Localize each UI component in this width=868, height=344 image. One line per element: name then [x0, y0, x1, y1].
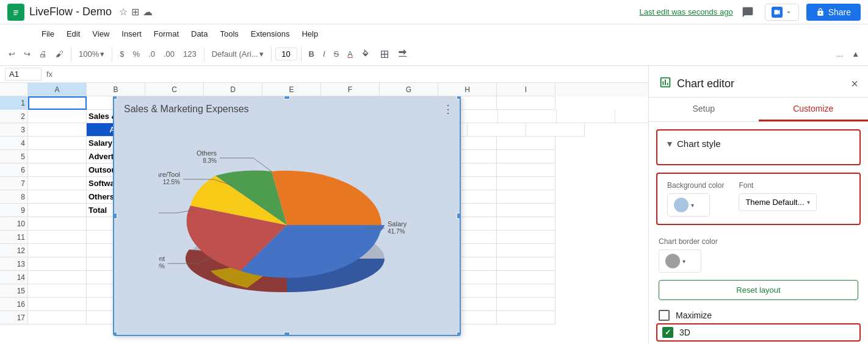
- chart-style-header[interactable]: ▾ Chart style: [667, 138, 850, 149]
- row-num-2[interactable]: 2: [0, 110, 28, 123]
- redo-button[interactable]: ↪: [20, 47, 34, 61]
- tab-customize[interactable]: Customize: [759, 98, 869, 121]
- font-select-button[interactable]: Theme Default... ▾: [739, 193, 816, 211]
- decimal-more-button[interactable]: .00: [160, 47, 178, 61]
- row-num-9[interactable]: 9: [0, 204, 28, 217]
- menu-extensions[interactable]: Extensions: [246, 27, 295, 41]
- text-color-button[interactable]: A: [344, 47, 356, 61]
- collapse-button[interactable]: ▲: [848, 47, 863, 61]
- more-button[interactable]: ...: [833, 47, 847, 61]
- row-num-1[interactable]: 1: [0, 96, 28, 110]
- col-header-g[interactable]: G: [380, 83, 438, 96]
- border-color-button[interactable]: ▾: [659, 249, 701, 273]
- col-header-i[interactable]: I: [497, 83, 555, 96]
- merge-button[interactable]: [394, 47, 411, 62]
- cell-a4[interactable]: [28, 137, 87, 150]
- menu-view[interactable]: View: [87, 27, 114, 41]
- zoom-select[interactable]: 100% ▾: [75, 47, 108, 61]
- resize-handle-br[interactable]: [457, 332, 461, 336]
- col-header-e[interactable]: E: [262, 83, 321, 96]
- menu-tools[interactable]: Tools: [215, 27, 243, 41]
- menu-edit[interactable]: Edit: [62, 27, 85, 41]
- resize-handle-bc[interactable]: [284, 332, 290, 336]
- row-num-12[interactable]: 12: [0, 244, 28, 257]
- paint-format-button[interactable]: 🖌: [52, 47, 67, 61]
- cell-i5[interactable]: [497, 150, 555, 163]
- menu-insert[interactable]: Insert: [117, 27, 146, 41]
- menu-file[interactable]: File: [37, 27, 59, 41]
- background-color-button[interactable]: ▾: [667, 193, 710, 217]
- row-num-14[interactable]: 14: [0, 271, 28, 284]
- maximize-checkbox[interactable]: [659, 310, 670, 321]
- maximize-checkbox-row[interactable]: Maximize: [649, 307, 868, 323]
- col-header-b[interactable]: B: [87, 83, 145, 96]
- resize-handle-ml[interactable]: [113, 213, 117, 219]
- row-num-16[interactable]: 16: [0, 298, 28, 311]
- font-size-input[interactable]: [275, 48, 297, 60]
- cell-a7[interactable]: [28, 177, 87, 190]
- row-num-6[interactable]: 6: [0, 163, 28, 177]
- currency-button[interactable]: $: [116, 47, 128, 61]
- reset-layout-button[interactable]: Reset layout: [659, 280, 858, 300]
- resize-handle-mr[interactable]: [457, 213, 461, 219]
- borders-button[interactable]: [376, 47, 393, 62]
- meet-button[interactable]: [765, 4, 799, 21]
- cell-h2[interactable]: [557, 110, 615, 123]
- cell-g2[interactable]: [498, 110, 557, 123]
- undo-button[interactable]: ↩: [5, 47, 19, 61]
- fill-color-button[interactable]: [358, 47, 375, 62]
- threed-checkbox[interactable]: [662, 327, 673, 338]
- resize-handle-bl[interactable]: [113, 332, 117, 336]
- cell-i2[interactable]: [615, 110, 648, 123]
- threed-checkbox-row[interactable]: 3D: [656, 323, 861, 342]
- row-num-8[interactable]: 8: [0, 190, 28, 204]
- cell-i6[interactable]: [497, 163, 555, 177]
- format123-button[interactable]: 123: [179, 47, 200, 61]
- row-num-15[interactable]: 15: [0, 284, 28, 298]
- percent-button[interactable]: %: [129, 47, 143, 61]
- star-icon[interactable]: ☆: [119, 6, 128, 18]
- col-header-d[interactable]: D: [204, 83, 262, 96]
- grid-container[interactable]: A B C D E F G H I 1 2Sales & Marketing E…: [0, 83, 648, 344]
- tab-setup[interactable]: Setup: [649, 98, 759, 121]
- row-num-4[interactable]: 4: [0, 137, 28, 150]
- cell-a2[interactable]: [28, 110, 87, 123]
- chart-container[interactable]: Sales & Marketing Expenses ⋮: [113, 95, 461, 336]
- cell-a3[interactable]: [28, 123, 87, 137]
- chart-menu-icon[interactable]: ⋮: [443, 102, 454, 116]
- menu-format[interactable]: Format: [149, 27, 184, 41]
- cell-i8[interactable]: [497, 190, 555, 204]
- row-num-10[interactable]: 10: [0, 217, 28, 231]
- row-num-5[interactable]: 5: [0, 150, 28, 163]
- col-header-a[interactable]: A: [28, 83, 87, 96]
- cell-a1[interactable]: [28, 96, 87, 110]
- cell-i9[interactable]: [497, 204, 555, 217]
- bold-button[interactable]: B: [305, 47, 318, 61]
- cell-a8[interactable]: [28, 190, 87, 204]
- cell-i7[interactable]: [497, 177, 555, 190]
- cell-i4[interactable]: [497, 137, 555, 150]
- font-select[interactable]: Default (Ari... ▾: [208, 47, 267, 61]
- cloud-icon[interactable]: ☁: [143, 6, 153, 18]
- folder-icon[interactable]: ⊞: [131, 6, 139, 18]
- decimal-less-button[interactable]: .0: [145, 47, 159, 61]
- row-num-7[interactable]: 7: [0, 177, 28, 190]
- cell-h3[interactable]: [468, 123, 526, 137]
- strikethrough-button[interactable]: S: [330, 47, 343, 61]
- cell-a5[interactable]: [28, 150, 87, 163]
- cell-a9[interactable]: [28, 204, 87, 217]
- last-edit-text[interactable]: Last edit was seconds ago: [639, 7, 732, 16]
- italic-button[interactable]: I: [319, 47, 329, 61]
- col-header-c[interactable]: C: [145, 83, 204, 96]
- formula-input[interactable]: [57, 70, 643, 79]
- row-num-11[interactable]: 11: [0, 231, 28, 244]
- col-header-f[interactable]: F: [321, 83, 380, 96]
- cell-a6[interactable]: [28, 163, 87, 177]
- comments-icon[interactable]: [738, 2, 758, 22]
- row-num-17[interactable]: 17: [0, 311, 28, 324]
- print-button[interactable]: 🖨: [35, 47, 51, 61]
- menu-help[interactable]: Help: [297, 27, 323, 41]
- share-button[interactable]: × Share: [806, 4, 861, 21]
- menu-data[interactable]: Data: [186, 27, 212, 41]
- cell-i1[interactable]: [497, 96, 555, 110]
